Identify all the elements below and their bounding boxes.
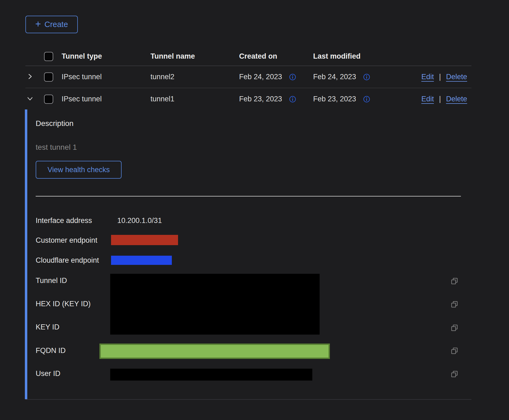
page: + Create Tunnel type Tunnel name Created… <box>0 0 509 420</box>
customer-endpoint-redaction <box>111 235 178 245</box>
panel-accent-bar <box>25 109 27 399</box>
collapse-row-button[interactable] <box>26 88 40 110</box>
chevron-right-icon <box>26 73 34 81</box>
copy-icon[interactable] <box>451 324 458 333</box>
customer-endpoint-label: Customer endpoint <box>36 236 97 245</box>
delete-link[interactable]: Delete <box>446 95 467 103</box>
copy-icon[interactable] <box>451 347 458 356</box>
description-label: Description <box>36 119 73 128</box>
tunnel-type-cell: IPsec tunnel <box>62 66 102 88</box>
cloudflare-endpoint-redaction <box>111 256 172 265</box>
created-on-cell: Feb 24, 2023 <box>239 73 282 81</box>
row-checkbox[interactable] <box>44 95 53 104</box>
user-id-label: User ID <box>36 369 61 378</box>
chevron-down-icon <box>26 95 34 103</box>
section-bottom-divider <box>25 399 471 400</box>
actions-separator: | <box>439 95 441 103</box>
row-checkbox[interactable] <box>44 72 53 82</box>
interface-address-label: Interface address <box>36 216 92 225</box>
cloudflare-endpoint-label: Cloudflare endpoint <box>36 256 99 265</box>
header-tunnel-name: Tunnel name <box>150 47 195 66</box>
copy-icon[interactable] <box>451 277 458 286</box>
last-modified-cell: Feb 23, 2023 <box>313 95 356 103</box>
tunnel-detail-panel: Description test tunnel 1 View health ch… <box>25 109 471 399</box>
copy-icon[interactable] <box>451 301 458 309</box>
actions-separator: | <box>439 73 441 81</box>
fqdn-id-redaction <box>99 344 330 359</box>
info-icon[interactable] <box>363 96 370 103</box>
header-created-on: Created on <box>239 47 277 66</box>
view-health-checks-button[interactable]: View health checks <box>36 161 122 179</box>
plus-icon: + <box>35 19 41 29</box>
interface-address-value: 10.200.1.0/31 <box>117 216 162 225</box>
tunnels-table: Tunnel type Tunnel name Created on Last … <box>25 47 471 110</box>
copy-icon[interactable] <box>451 370 458 379</box>
hex-id-label: HEX ID (KEY ID) <box>36 299 91 308</box>
info-icon[interactable] <box>289 74 296 81</box>
edit-link[interactable]: Edit <box>421 73 434 81</box>
user-id-redaction <box>110 369 312 381</box>
last-modified-cell: Feb 24, 2023 <box>313 73 356 81</box>
info-icon[interactable] <box>289 96 296 103</box>
tunnel-type-cell: IPsec tunnel <box>62 88 102 110</box>
fqdn-id-label: FQDN ID <box>36 346 66 355</box>
expand-row-button[interactable] <box>26 66 40 88</box>
table-row: IPsec tunnel tunnel1 Feb 23, 2023 Feb 23… <box>25 88 471 110</box>
panel-divider <box>36 196 461 196</box>
header-last-modified: Last modified <box>313 47 361 66</box>
info-icon[interactable] <box>363 74 370 81</box>
table-row: IPsec tunnel tunnel2 Feb 24, 2023 Feb 24… <box>25 66 471 88</box>
create-button-label: Create <box>44 20 68 29</box>
tunnel-id-hex-key-redaction <box>110 274 320 335</box>
tunnel-name-cell: tunnel1 <box>150 88 175 110</box>
tunnel-name-cell: tunnel2 <box>150 66 175 88</box>
description-value: test tunnel 1 <box>36 143 77 152</box>
select-all-checkbox[interactable] <box>44 52 53 61</box>
edit-link[interactable]: Edit <box>421 95 434 103</box>
tunnel-id-label: Tunnel ID <box>36 276 67 285</box>
key-id-label: KEY ID <box>36 323 59 331</box>
created-on-cell: Feb 23, 2023 <box>239 95 282 103</box>
create-button[interactable]: + Create <box>25 16 78 33</box>
table-header-row: Tunnel type Tunnel name Created on Last … <box>25 47 471 66</box>
delete-link[interactable]: Delete <box>446 73 467 81</box>
header-tunnel-type: Tunnel type <box>62 47 102 66</box>
